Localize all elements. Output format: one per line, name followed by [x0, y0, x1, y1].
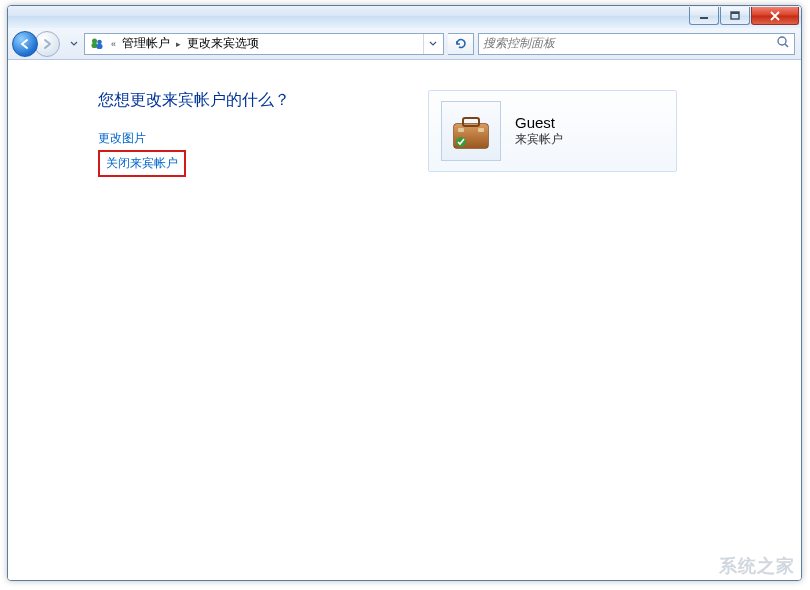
guest-suitcase-icon	[446, 106, 496, 156]
svg-point-5	[97, 39, 102, 44]
window-titlebar	[8, 6, 801, 28]
account-type: 来宾帐户	[515, 131, 563, 148]
breadcrumb-segment[interactable]: 更改来宾选项	[187, 35, 259, 52]
account-info: Guest 来宾帐户	[515, 114, 563, 148]
chevron-right-icon: ▸	[176, 39, 181, 49]
page-heading: 您想更改来宾帐户的什么？	[98, 90, 388, 111]
breadcrumb-prefix: «	[111, 39, 116, 49]
search-box[interactable]: 搜索控制面板	[478, 33, 795, 55]
highlight-annotation: 关闭来宾帐户	[98, 150, 186, 177]
svg-rect-0	[700, 17, 708, 19]
minimize-icon	[699, 12, 709, 20]
breadcrumb-segment[interactable]: 管理帐户	[122, 35, 170, 52]
close-icon	[769, 11, 781, 21]
svg-rect-13	[478, 128, 484, 132]
maximize-icon	[730, 11, 740, 20]
svg-rect-12	[458, 128, 464, 132]
change-picture-link[interactable]: 更改图片	[98, 129, 146, 148]
refresh-button[interactable]	[448, 33, 474, 55]
close-button[interactable]	[751, 7, 799, 25]
arrow-left-icon	[18, 37, 32, 51]
svg-rect-2	[731, 12, 739, 14]
arrow-right-icon	[40, 37, 54, 51]
back-button[interactable]	[12, 31, 38, 57]
svg-rect-6	[97, 44, 103, 49]
page-content: 您想更改来宾帐户的什么？ 更改图片 关闭来宾帐户	[8, 60, 801, 580]
account-card[interactable]: Guest 来宾帐户	[428, 90, 677, 172]
navigation-bar: « 管理帐户 ▸ 更改来宾选项 搜索控制面板	[8, 28, 801, 60]
minimize-button[interactable]	[689, 7, 719, 25]
search-icon	[776, 35, 790, 52]
chevron-down-icon	[429, 41, 437, 47]
chevron-down-icon	[70, 41, 78, 47]
disable-guest-link[interactable]: 关闭来宾帐户	[106, 154, 178, 173]
left-column: 您想更改来宾帐户的什么？ 更改图片 关闭来宾帐户	[98, 90, 388, 177]
account-name: Guest	[515, 114, 563, 131]
svg-point-7	[778, 37, 786, 45]
avatar	[441, 101, 501, 161]
nav-buttons	[12, 30, 64, 58]
breadcrumb-bar[interactable]: « 管理帐户 ▸ 更改来宾选项	[84, 33, 444, 55]
svg-line-8	[785, 44, 788, 47]
refresh-icon	[454, 37, 468, 51]
breadcrumb: « 管理帐户 ▸ 更改来宾选项	[111, 35, 417, 52]
maximize-button[interactable]	[720, 7, 750, 25]
user-accounts-icon	[89, 36, 105, 52]
svg-point-3	[92, 38, 97, 43]
search-placeholder: 搜索控制面板	[483, 35, 772, 52]
breadcrumb-dropdown[interactable]	[423, 34, 441, 54]
nav-history-dropdown[interactable]	[68, 31, 80, 57]
control-panel-window: « 管理帐户 ▸ 更改来宾选项 搜索控制面板 您想更改来宾帐户的什么？	[7, 5, 802, 581]
